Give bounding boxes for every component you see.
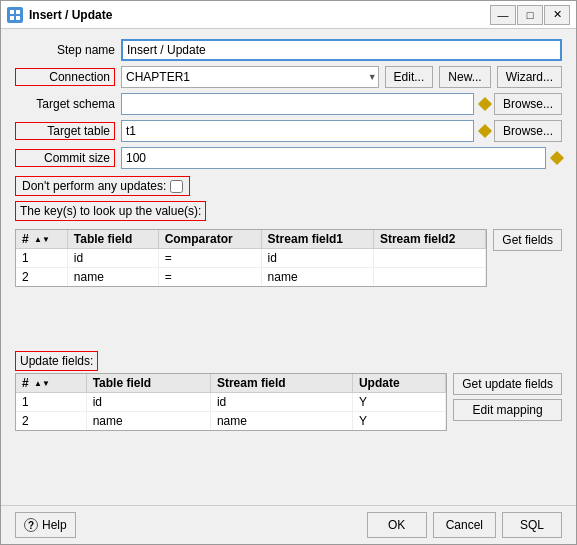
commit-size-input-group [121,147,562,169]
keys-cell-comparator: = [158,268,261,287]
keys-section: The key(s) to look up the value(s): # ▲▼… [15,201,562,346]
connection-select-wrapper: CHAPTER1 ▼ [121,66,379,88]
no-updates-checkbox[interactable] [170,180,183,193]
connection-select[interactable]: CHAPTER1 [121,66,379,88]
keys-table: # ▲▼ Table field Comparator Stream field… [16,230,486,286]
svg-rect-0 [10,10,14,14]
keys-cell-stream2 [373,268,485,287]
keys-cell-table_field: id [67,249,158,268]
sort-icon-num2: ▲▼ [34,379,50,388]
update-section: Update fields: # ▲▼ Table field Stream f… [15,351,562,496]
commit-diamond-icon [550,151,564,165]
no-updates-label: Don't perform any updates: [22,179,166,193]
update-cell-stream_field: name [210,411,352,430]
help-button[interactable]: ? Help [15,512,76,538]
update-buttons: Get update fields Edit mapping [453,373,562,431]
help-label: Help [42,518,67,532]
browse1-button[interactable]: Browse... [494,93,562,115]
update-col-update: Update [352,374,445,393]
target-table-label: Target table [15,122,115,140]
cancel-button[interactable]: Cancel [433,512,496,538]
keys-cell-num: 1 [16,249,67,268]
svg-rect-1 [16,10,20,14]
update-table-row: 2namenameY [16,411,446,430]
update-section-label: Update fields: [15,351,98,371]
window-icon [7,7,23,23]
keys-cell-stream1: name [261,268,373,287]
update-table: # ▲▼ Table field Stream field Update 1id… [16,374,446,430]
keys-cell-stream1: id [261,249,373,268]
new-button[interactable]: New... [439,66,490,88]
keys-col-stream2: Stream field2 [373,230,485,249]
update-col-table-field: Table field [86,374,210,393]
connection-row: Connection CHAPTER1 ▼ Edit... New... Wiz… [15,66,562,88]
update-table-row: # ▲▼ Table field Stream field Update 1id… [15,373,562,431]
keys-table-wrapper: # ▲▼ Table field Comparator Stream field… [15,229,487,287]
step-name-label: Step name [15,43,115,57]
commit-size-label: Commit size [15,149,115,167]
sql-button[interactable]: SQL [502,512,562,538]
get-fields-button[interactable]: Get fields [493,229,562,251]
target-table-input-group: Browse... [121,120,562,142]
update-cell-update: Y [352,392,445,411]
footer: ? Help OK Cancel SQL [1,505,576,544]
update-cell-num: 2 [16,411,86,430]
keys-col-stream1: Stream field1 [261,230,373,249]
keys-table-row: 1id=id [16,249,486,268]
maximize-button[interactable]: □ [517,5,543,25]
update-col-num: # ▲▼ [16,374,86,393]
keys-cell-comparator: = [158,249,261,268]
svg-rect-2 [10,16,14,20]
update-table-container[interactable]: # ▲▼ Table field Stream field Update 1id… [15,373,447,431]
target-schema-input-group: Browse... [121,93,562,115]
commit-size-row: Commit size [15,147,562,169]
update-col-stream-field: Stream field [210,374,352,393]
window-controls: — □ ✕ [490,5,570,25]
no-updates-row: Don't perform any updates: [15,176,190,196]
edit-button[interactable]: Edit... [385,66,434,88]
keys-section-label: The key(s) to look up the value(s): [15,201,206,221]
window-title: Insert / Update [29,8,490,22]
update-cell-table_field: id [86,392,210,411]
update-table-row: 1ididY [16,392,446,411]
update-cell-update: Y [352,411,445,430]
keys-cell-table_field: name [67,268,158,287]
keys-table-row: 2name=name [16,268,486,287]
step-name-row: Step name [15,39,562,61]
ok-button[interactable]: OK [367,512,427,538]
title-bar: Insert / Update — □ ✕ [1,1,576,29]
target-table-row: Target table Browse... [15,120,562,142]
main-window: Insert / Update — □ ✕ Step name Connecti… [0,0,577,545]
footer-actions: OK Cancel SQL [367,512,562,538]
close-button[interactable]: ✕ [544,5,570,25]
keys-col-comparator: Comparator [158,230,261,249]
update-cell-table_field: name [86,411,210,430]
step-name-input[interactable] [121,39,562,61]
keys-col-num: # ▲▼ [16,230,67,249]
connection-label: Connection [15,68,115,86]
sort-icon-num: ▲▼ [34,235,50,244]
update-cell-num: 1 [16,392,86,411]
svg-rect-3 [16,16,20,20]
wizard-button[interactable]: Wizard... [497,66,562,88]
keys-table-container[interactable]: # ▲▼ Table field Comparator Stream field… [15,229,487,287]
target-schema-row: Target schema Browse... [15,93,562,115]
dialog-content: Step name Connection CHAPTER1 ▼ Edit... … [1,29,576,505]
update-table-wrapper: # ▲▼ Table field Stream field Update 1id… [15,373,447,431]
table-diamond-icon [478,124,492,138]
update-cell-stream_field: id [210,392,352,411]
target-table-input[interactable] [121,120,474,142]
schema-diamond-icon [478,97,492,111]
commit-size-input[interactable] [121,147,546,169]
target-schema-input[interactable] [121,93,474,115]
browse2-button[interactable]: Browse... [494,120,562,142]
edit-mapping-button[interactable]: Edit mapping [453,399,562,421]
get-update-fields-button[interactable]: Get update fields [453,373,562,395]
keys-cell-num: 2 [16,268,67,287]
minimize-button[interactable]: — [490,5,516,25]
keys-cell-stream2 [373,249,485,268]
help-icon: ? [24,518,38,532]
keys-col-table-field: Table field [67,230,158,249]
target-schema-label: Target schema [15,97,115,111]
keys-table-row: # ▲▼ Table field Comparator Stream field… [15,229,562,287]
